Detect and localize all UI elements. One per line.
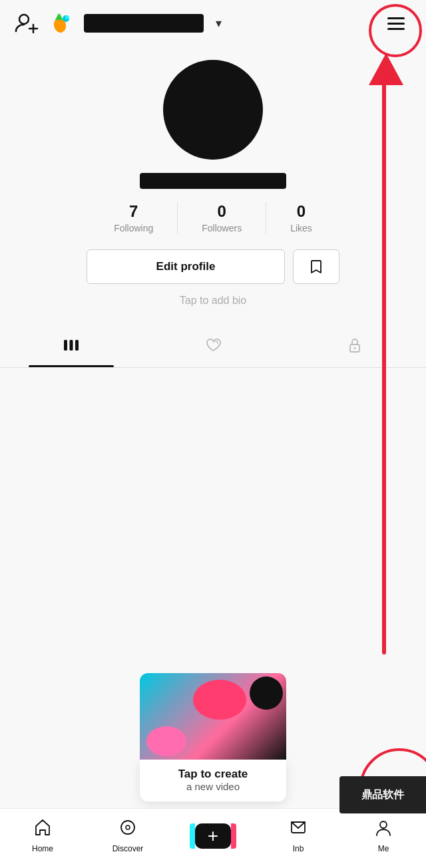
likes-count: 0 bbox=[297, 202, 306, 221]
inbox-label: Inb bbox=[293, 844, 304, 853]
create-card-title: Tap to create bbox=[149, 768, 277, 781]
content-area bbox=[0, 368, 426, 607]
followers-count: 0 bbox=[218, 202, 226, 221]
svg-point-12 bbox=[354, 347, 356, 349]
profile-nav-label: Me bbox=[378, 844, 389, 853]
menu-line-2 bbox=[387, 23, 405, 25]
svg-rect-10 bbox=[75, 340, 79, 351]
nav-add[interactable]: + bbox=[190, 823, 236, 849]
home-icon bbox=[33, 818, 52, 841]
svg-point-14 bbox=[126, 825, 130, 829]
add-user-button[interactable] bbox=[13, 10, 40, 37]
action-buttons: Edit profile bbox=[87, 249, 339, 284]
avatar bbox=[163, 60, 263, 160]
svg-rect-8 bbox=[64, 340, 67, 351]
svg-point-15 bbox=[380, 821, 387, 828]
nav-home[interactable]: Home bbox=[19, 818, 66, 853]
create-card-subtitle: a new video bbox=[149, 781, 277, 792]
username-display-redacted bbox=[140, 173, 286, 189]
home-label: Home bbox=[32, 844, 53, 853]
stat-following[interactable]: 7 Following bbox=[90, 202, 178, 233]
nav-inbox[interactable]: Inb bbox=[275, 818, 321, 853]
menu-line-1 bbox=[387, 17, 405, 19]
likes-label: Likes bbox=[290, 223, 312, 233]
profile-section: 7 Following 0 Followers 0 Likes Edit pro… bbox=[0, 47, 426, 327]
discover-label: Discover bbox=[112, 844, 144, 853]
discover-icon bbox=[118, 818, 137, 841]
tabs-row bbox=[0, 327, 426, 368]
dropdown-arrow-icon[interactable]: ▾ bbox=[216, 16, 222, 31]
svg-point-13 bbox=[121, 821, 134, 834]
bio-placeholder[interactable]: Tap to add bio bbox=[180, 295, 247, 307]
svg-point-0 bbox=[19, 15, 29, 24]
tab-private[interactable] bbox=[284, 327, 426, 367]
create-card-image bbox=[140, 673, 286, 760]
profile-nav-icon bbox=[374, 818, 393, 841]
username-redacted bbox=[84, 14, 204, 33]
menu-line-3 bbox=[387, 28, 405, 30]
watermark: 鼎品软件 bbox=[339, 776, 426, 813]
svg-rect-9 bbox=[69, 340, 73, 351]
nav-discover[interactable]: Discover bbox=[105, 818, 151, 853]
tab-videos[interactable] bbox=[0, 327, 142, 367]
nav-left: ▾ bbox=[13, 10, 222, 37]
bookmark-icon bbox=[308, 259, 324, 275]
private-tab-icon bbox=[345, 336, 364, 359]
stats-row: 7 Following 0 Followers 0 Likes bbox=[0, 202, 426, 233]
liked-tab-icon bbox=[204, 336, 222, 359]
effect-icon bbox=[49, 11, 75, 36]
create-card-text: Tap to create a new video bbox=[140, 760, 286, 801]
bookmark-button[interactable] bbox=[293, 249, 339, 284]
add-button[interactable]: + bbox=[195, 823, 231, 849]
tab-liked[interactable] bbox=[142, 327, 284, 367]
following-label: Following bbox=[114, 223, 153, 233]
videos-tab-icon bbox=[62, 336, 81, 359]
bottom-navigation: Home Discover + Inb Me bbox=[0, 808, 426, 868]
create-card[interactable]: Tap to create a new video bbox=[140, 673, 286, 801]
stat-followers[interactable]: 0 Followers bbox=[178, 202, 266, 233]
top-navigation: ▾ bbox=[0, 0, 426, 47]
stat-likes[interactable]: 0 Likes bbox=[266, 202, 336, 233]
svg-point-7 bbox=[65, 15, 69, 19]
edit-profile-button[interactable]: Edit profile bbox=[87, 249, 285, 284]
followers-label: Followers bbox=[202, 223, 242, 233]
plus-icon: + bbox=[208, 825, 218, 847]
inbox-icon bbox=[289, 818, 308, 841]
nav-profile[interactable]: Me bbox=[360, 818, 407, 853]
menu-button[interactable] bbox=[379, 7, 413, 40]
following-count: 7 bbox=[129, 202, 138, 221]
